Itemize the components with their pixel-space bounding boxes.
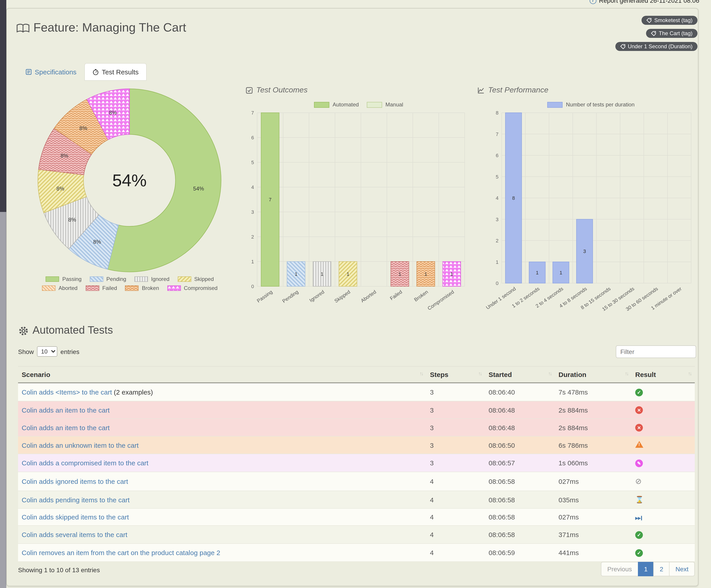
sort-icon[interactable]: ↑↓ [478, 371, 481, 376]
legend-label: Manual [386, 101, 403, 108]
tag-label: Under 1 Second (Duration) [628, 43, 692, 50]
table-row[interactable]: Colin removes an item from the cart on t… [18, 544, 695, 562]
scenario-cell: Colin adds pending items to the cart [18, 491, 426, 508]
tag-pill[interactable]: Smoketest (tag) [642, 16, 697, 25]
scenario-cell: Colin adds ignored items to the cart [18, 472, 426, 491]
table-row[interactable]: Colin adds an item to the cart308:06:482… [18, 419, 695, 436]
result-passed-icon: ✓ [635, 549, 643, 557]
table-row[interactable]: Colin adds several items to the cart408:… [18, 525, 695, 544]
x-axis-label: Failed [389, 289, 403, 301]
duration-cell: 2s 884ms [555, 419, 631, 436]
column-header-result[interactable]: Result↑↓ [631, 366, 695, 383]
steps-cell: 4 [426, 491, 485, 508]
sort-icon[interactable]: ↑↓ [688, 371, 691, 376]
started-cell: 08:06:58 [485, 491, 555, 508]
gear-icon [18, 325, 29, 336]
scenario-link[interactable]: Colin removes an item from the cart on t… [22, 549, 220, 557]
y-axis-tick: 3 [251, 209, 254, 215]
scenario-link[interactable]: Colin adds skipped items to the cart [22, 513, 129, 521]
table-row[interactable]: Colin adds ignored items to the cart408:… [18, 472, 695, 491]
started-cell: 08:06:58 [485, 525, 555, 544]
donut-slice-label: 8% [93, 239, 101, 245]
donut-slice-label: 8% [57, 185, 64, 191]
y-axis-tick: 4 [496, 195, 498, 201]
bar-value: 1 [424, 271, 427, 277]
legend-label: Broken [142, 285, 159, 291]
y-axis-tick: 0 [251, 284, 254, 289]
x-axis-label: Aborted [360, 289, 377, 304]
y-axis-tick: 8 [496, 110, 498, 116]
donut-legend: PassingPendingIgnoredSkippedAbortedFaile… [27, 276, 232, 291]
pagination-next[interactable]: Next [669, 562, 695, 576]
legend-label: Pending [106, 276, 126, 282]
sort-icon[interactable]: ↑↓ [548, 371, 551, 376]
tag-label: Smoketest (tag) [654, 17, 692, 23]
result-cell: × [631, 419, 695, 436]
y-axis-tick: 5 [251, 160, 254, 165]
column-header-steps[interactable]: Steps↑↓ [426, 366, 485, 383]
scenario-link[interactable]: Colin adds an item to the cart [22, 424, 110, 431]
duration-cell: 441ms [555, 544, 631, 562]
table-row[interactable]: Colin adds an item to the cart308:06:482… [18, 401, 695, 419]
tab-specifications[interactable]: Specifications [18, 63, 84, 81]
legend-label: Automated [333, 101, 359, 108]
scenario-link[interactable]: Colin adds an unknown item to the cart [22, 441, 139, 449]
legend-item: Aborted [42, 285, 78, 291]
result-compromised-icon: ✎ [635, 459, 643, 467]
column-header-started[interactable]: Started↑↓ [485, 366, 555, 383]
scenario-link[interactable]: Colin adds pending items to the cart [22, 496, 130, 503]
scenario-link[interactable]: Colin adds ignored items to the cart [22, 477, 128, 485]
x-axis-label: Pending [281, 289, 299, 304]
result-cell: ✓ [631, 525, 695, 544]
x-axis-label: Compromised [427, 289, 455, 311]
result-failed-icon: × [635, 424, 643, 432]
sort-icon[interactable]: ↑↓ [419, 371, 423, 376]
column-label: Result [635, 371, 656, 378]
steps-cell: 3 [426, 436, 485, 454]
scenario-cell: Colin adds a compromised item to the car… [18, 454, 426, 472]
scenario-link[interactable]: Colin adds several items to the cart [22, 531, 127, 538]
table-row[interactable]: Colin adds an unknown item to the cart30… [18, 436, 695, 454]
legend-swatch [42, 286, 56, 291]
steps-cell: 3 [426, 401, 485, 419]
donut-slice-label: 8% [80, 125, 87, 131]
bar-value: 1 [559, 270, 562, 275]
bar-value: 1 [536, 270, 538, 275]
legend-item: Compromised [167, 285, 217, 291]
scenario-link[interactable]: Colin adds an item to the cart [22, 406, 110, 414]
entries-select[interactable]: 10 [37, 346, 57, 357]
result-cell: ! [631, 436, 695, 454]
bar-value: 1 [295, 271, 297, 277]
test-outcomes-header: Test Outcomes [246, 86, 307, 95]
legend-swatch [46, 276, 59, 282]
chart-line-icon [477, 87, 484, 94]
table-row[interactable]: Colin adds <Items> to the cart (2 exampl… [18, 383, 695, 401]
donut-chart: 54%8%8%8%8%8%8%54% [28, 86, 231, 275]
results-table: Scenario↑↓Steps↑↓Started↑↓Duration↑↓Resu… [18, 366, 695, 562]
duration-cell: 1s 060ms [555, 454, 631, 472]
tag-pill[interactable]: Under 1 Second (Duration) [615, 42, 697, 51]
column-header-scenario[interactable]: Scenario↑↓ [18, 366, 426, 383]
scenario-link[interactable]: Colin adds <Items> to the cart [22, 388, 112, 396]
table-row[interactable]: Colin adds pending items to the cart408:… [18, 491, 695, 508]
scenario-link[interactable]: Colin adds a compromised item to the car… [22, 459, 148, 467]
result-passed-icon: ✓ [635, 389, 643, 397]
steps-cell: 3 [426, 419, 485, 436]
tab-test-results[interactable]: Test Results [84, 63, 147, 81]
table-row[interactable]: Colin adds a compromised item to the car… [18, 454, 695, 472]
result-cell: ✓ [631, 383, 695, 401]
column-header-duration[interactable]: Duration↑↓ [555, 366, 631, 383]
sort-icon[interactable]: ↑↓ [625, 371, 628, 376]
legend-swatch [367, 102, 382, 108]
started-cell: 08:06:48 [485, 419, 555, 436]
tag-pill[interactable]: The Cart (tag) [646, 29, 697, 38]
duration-cell: 027ms [555, 472, 631, 491]
pagination-previous[interactable]: Previous [601, 562, 638, 576]
pagination-page-2[interactable]: 2 [653, 562, 670, 576]
table-row[interactable]: Colin adds skipped items to the cart408:… [18, 508, 695, 525]
pagination-page-1[interactable]: 1 [638, 562, 654, 576]
filter-input[interactable] [616, 345, 696, 358]
column-label: Steps [430, 371, 448, 378]
steps-cell: 3 [426, 454, 485, 472]
started-cell: 08:06:59 [485, 544, 555, 562]
